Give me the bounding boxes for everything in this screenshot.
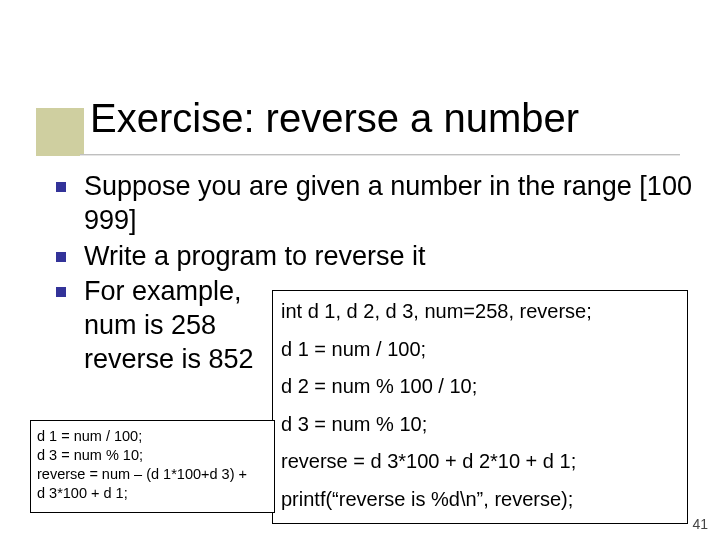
slide-number: 41 (692, 516, 708, 532)
bullet-text-2: Write a program to reverse it (84, 240, 700, 274)
bullet-row-1: Suppose you are given a number in the ra… (56, 170, 700, 238)
square-bullet-icon (56, 182, 66, 192)
code-box-left: d 1 = num / 100; d 3 = num % 10; reverse… (30, 420, 275, 513)
slide: Exercise: reverse a number Suppose you a… (0, 0, 720, 540)
bullet-row-2: Write a program to reverse it (56, 240, 700, 274)
code-line: d 3*100 + d 1; (37, 484, 268, 503)
square-bullet-icon (56, 287, 66, 297)
code-line: d 3 = num % 10; (37, 446, 268, 465)
title-underline (80, 154, 680, 155)
code-line: reverse = num – (d 1*100+d 3) + (37, 465, 268, 484)
code-line: printf(“reverse is %d\n”, reverse); (281, 485, 679, 515)
code-line: d 1 = num / 100; (281, 335, 679, 365)
code-line: d 2 = num % 100 / 10; (281, 372, 679, 402)
code-line: d 3 = num % 10; (281, 410, 679, 440)
square-bullet-icon (56, 252, 66, 262)
code-line: reverse = d 3*100 + d 2*10 + d 1; (281, 447, 679, 477)
code-line: int d 1, d 2, d 3, num=258, reverse; (281, 297, 679, 327)
slide-title: Exercise: reverse a number (90, 96, 690, 140)
title-accent-square (36, 108, 84, 156)
code-box-right: int d 1, d 2, d 3, num=258, reverse; d 1… (272, 290, 688, 524)
code-line: d 1 = num / 100; (37, 427, 268, 446)
bullet-text-1: Suppose you are given a number in the ra… (84, 170, 700, 238)
